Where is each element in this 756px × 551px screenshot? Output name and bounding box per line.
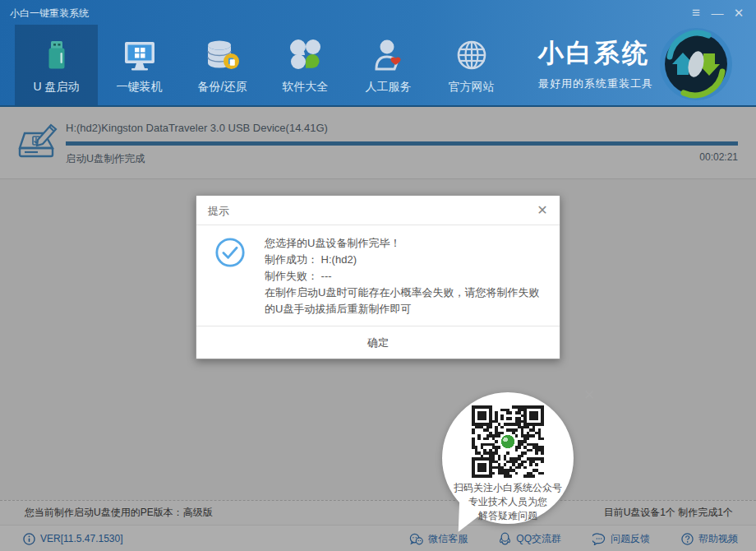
nav-label: U 盘启动 bbox=[34, 80, 80, 95]
app-window: 小白一键重装系统 ≡ — ✕ U 盘启动 bbox=[0, 0, 756, 551]
nav-item-software[interactable]: 软件大全 bbox=[264, 25, 347, 105]
minimize-icon[interactable]: — bbox=[707, 5, 728, 21]
qr-popup: 扫码关注小白系统公众号 专业技术人员为您 解答疑难问题 bbox=[442, 392, 574, 524]
nav-label: 一键装机 bbox=[117, 80, 163, 95]
qr-caption-line: 扫码关注小白系统公众号 bbox=[432, 481, 583, 495]
qr-close-icon[interactable]: ✕ bbox=[583, 387, 595, 404]
support-person-icon bbox=[370, 36, 408, 74]
close-icon[interactable]: ✕ bbox=[728, 5, 749, 21]
success-check-icon bbox=[214, 237, 246, 268]
nav-label: 软件大全 bbox=[283, 80, 329, 95]
brand-logo-icon bbox=[657, 25, 735, 103]
main-nav: U 盘启动 一键装机 bbox=[15, 25, 513, 105]
nav-item-backup-restore[interactable]: 备份/还原 bbox=[181, 25, 264, 105]
nav-label: 备份/还原 bbox=[198, 80, 247, 95]
qr-caption: 扫码关注小白系统公众号 专业技术人员为您 解答疑难问题 bbox=[432, 481, 583, 523]
dialog-close-icon[interactable]: ✕ bbox=[535, 202, 550, 218]
window-title: 小白一键重装系统 bbox=[10, 7, 89, 21]
nav-label: 人工服务 bbox=[366, 80, 412, 95]
dialog-line: 制作失败： --- bbox=[265, 268, 545, 285]
qr-caption-line: 解答疑难问题 bbox=[432, 509, 583, 523]
header: 小白一键重装系统 ≡ — ✕ U 盘启动 bbox=[0, 0, 756, 107]
nav-item-official-site[interactable]: 官方网站 bbox=[430, 25, 513, 105]
dialog-body: 您选择的U盘设备制作完毕！ 制作成功： H:(hd2) 制作失败： --- 在制… bbox=[214, 235, 545, 317]
confirm-button[interactable]: 确定 bbox=[343, 326, 413, 359]
qr-code bbox=[472, 405, 544, 478]
brand-subtitle: 最好用的系统重装工具 bbox=[538, 76, 653, 91]
dialog-footer: 确定 bbox=[196, 326, 560, 359]
menu-icon[interactable]: ≡ bbox=[685, 5, 707, 21]
globe-icon bbox=[453, 36, 491, 74]
dialog-line: 您选择的U盘设备制作完毕！ bbox=[265, 235, 545, 252]
dialog-line: 制作成功： H:(hd2) bbox=[265, 252, 545, 268]
nav-item-support[interactable]: 人工服务 bbox=[347, 25, 430, 105]
nav-item-usb-boot[interactable]: U 盘启动 bbox=[15, 25, 98, 105]
dialog-header: 提示 ✕ bbox=[196, 196, 560, 225]
nav-item-one-key-install[interactable]: 一键装机 bbox=[98, 25, 181, 105]
titlebar[interactable]: 小白一键重装系统 ≡ — ✕ bbox=[0, 0, 756, 25]
alert-dialog: 提示 ✕ 您选择的U盘设备制作完毕！ 制作成功： H:(hd2) 制作失败： -… bbox=[196, 195, 560, 359]
brand: 小白系统 最好用的系统重装工具 bbox=[538, 36, 653, 91]
nav-label: 官方网站 bbox=[449, 80, 495, 95]
brand-title: 小白系统 bbox=[538, 36, 653, 71]
dialog-line: 在制作启动U盘时可能存在小概率会失败，请您将制作失败的U盘手动拔插后重新制作即可 bbox=[265, 285, 545, 317]
software-collection-icon bbox=[287, 36, 325, 74]
monitor-install-icon bbox=[121, 36, 159, 74]
backup-restore-icon bbox=[204, 36, 242, 74]
usb-drive-icon bbox=[38, 36, 76, 74]
dialog-title: 提示 bbox=[208, 204, 229, 219]
dialog-message: 您选择的U盘设备制作完毕！ 制作成功： H:(hd2) 制作失败： --- 在制… bbox=[265, 235, 545, 317]
qr-caption-line: 专业技术人员为您 bbox=[432, 495, 583, 509]
